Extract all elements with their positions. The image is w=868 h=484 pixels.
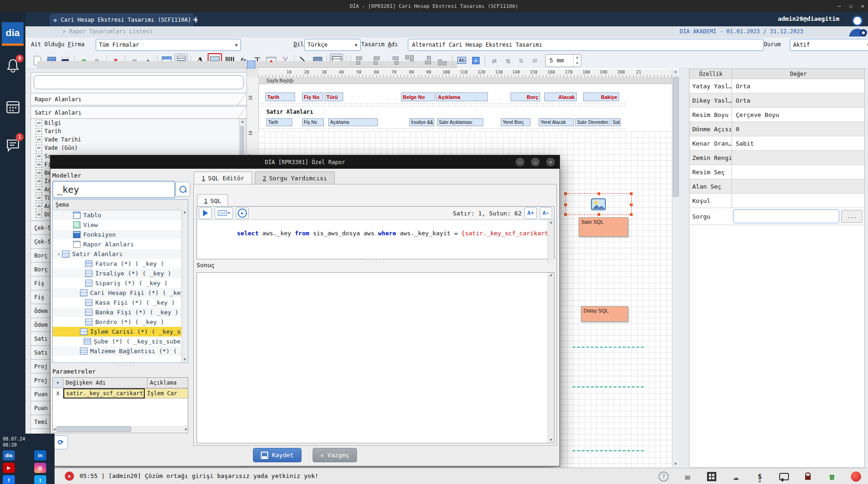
row-field-cell[interactable]: Açıklama [328,118,378,126]
splitter-grip[interactable]: ······ [115,363,136,368]
durum-select[interactable]: Aktif▼ [790,39,868,51]
tasarim-adi-input[interactable] [411,41,760,49]
detay-sql-element[interactable]: Detay SQL [581,306,628,322]
report-header-cell[interactable]: Türü [325,92,343,101]
field-list-item[interactable]: ab Bilgi [31,119,240,127]
parameters-hscrollbar[interactable]: ◀ ▶ [53,426,187,432]
report-header-cell[interactable]: Tarih [265,92,295,101]
row-field-cell[interactable]: Yerel Alacak [539,118,574,126]
tree-scrollbar[interactable]: ▲ ▼ [181,210,188,362]
social-link-icon[interactable]: in [34,450,46,460]
status-tray-icon[interactable] [682,471,693,482]
row-field-cell[interactable]: Fiş No [302,118,324,126]
toolbar-button[interactable] [516,54,528,67]
row-field-cell[interactable]: Tarih [266,118,292,126]
property-value[interactable] [732,165,864,179]
toolbar-button[interactable] [386,54,401,67]
selected-image-element[interactable] [565,193,632,215]
scrollbar-thumb[interactable] [56,426,131,432]
messages-button[interactable]: 1 [4,136,22,154]
resize-handle[interactable] [629,192,633,196]
save-button[interactable]: Kaydet [253,448,302,462]
status-tray-icon[interactable] [706,471,717,482]
firma-select[interactable]: Tüm Firmalar▼ [96,39,241,51]
arrow-down-icon[interactable]: ▼ [548,438,554,442]
filter-dropdown-icon[interactable]: ▼ [53,378,63,388]
refresh-params-button[interactable]: ⟳ [53,435,68,449]
tree-item[interactable]: Cari Hesap Fişi (*) ( _key… [53,288,188,298]
resize-handle[interactable] [597,213,601,216]
resize-handle[interactable] [564,192,567,196]
property-row[interactable]: Koşul [689,194,864,208]
arrow-down-icon[interactable]: ▼ [672,462,679,466]
row-field-cell[interactable]: Yerel Borç [501,118,530,126]
tree-item[interactable]: Şube (*) ( _key_sis_sube ) [53,337,188,346]
grid-spacing-stepper[interactable]: 5 mm ▲▼ [545,54,581,67]
resize-handle[interactable] [564,213,567,216]
canvas-scrollbar[interactable]: ▲ ▼ [672,69,679,467]
window-control-button[interactable]: ☐ [850,3,853,9]
property-row[interactable]: Resim Seç [689,165,864,179]
new-tab-button[interactable]: + [193,14,198,24]
tree-item[interactable]: Fonksiyon [53,230,188,239]
dialog-control-button[interactable]: ☐ [531,158,540,166]
run-plan-button[interactable]: ▶ [236,207,249,219]
toolbar-button[interactable] [419,54,433,67]
property-row[interactable]: Kenar Oran… Sabit [689,136,864,151]
report-header-cell[interactable]: Fiş No [302,92,323,101]
notifications-button[interactable]: 9 [4,56,22,75]
model-search[interactable] [52,181,175,198]
status-tray-icon[interactable] [658,471,669,482]
social-link-icon[interactable]: ◎ [34,463,46,473]
cancel-button[interactable]: ✕ Vazgeç [313,448,357,462]
sidebar-search[interactable] [34,75,244,89]
tree-item[interactable]: Tablo [53,210,188,220]
scrollbar-thumb[interactable] [673,77,679,197]
social-link-icon[interactable]: t [34,475,46,484]
toolbar-button[interactable] [488,54,500,67]
toolbar-button[interactable] [456,54,468,67]
arrow-left-icon[interactable]: ◀ [53,427,55,431]
splitter-grip[interactable]: ······ [365,260,386,264]
status-tray-icon[interactable] [730,471,741,482]
field-list-item[interactable]: ab Tarih [31,127,240,135]
toolbar-button[interactable] [404,53,416,68]
page-header-band[interactable]: Sayfa Başlığı [259,77,679,84]
sql-tab[interactable]: 1SQL [197,194,228,207]
toolbar-button[interactable] [436,53,449,68]
font-increase-button[interactable]: A+ [524,207,537,219]
property-row[interactable]: Dikey Yasl… Orta [689,93,864,108]
satir-sql-element[interactable]: Satır SQL [579,217,628,237]
property-value[interactable] [732,151,864,165]
user-profile-icon[interactable] [848,14,867,40]
logged-in-user[interactable]: admin20@diaegitim [778,15,839,22]
property-row[interactable]: Alan Seç [689,179,864,194]
resize-handle[interactable] [564,203,567,207]
toolbar-button[interactable] [370,54,385,67]
status-tray-icon[interactable] [850,471,862,482]
arrow-up-icon[interactable]: ▲ [548,220,554,224]
tree-item[interactable]: Fatura (*) ( _key ) [53,259,188,269]
field-list-item[interactable]: ab Vade Tarihi [31,135,240,144]
property-value[interactable]: Orta [732,79,864,93]
search-button[interactable] [175,182,190,196]
sidebar-search-input[interactable] [34,76,251,89]
dialog-titlebar[interactable]: DİA [RPR3301] Özel Rapor –☐✕ [50,155,560,169]
dia-logo[interactable]: dia [2,22,24,46]
run-query-button[interactable] [199,207,212,219]
window-control-button[interactable]: ✕ [861,3,864,9]
section-satir-alanlari[interactable]: Satır Alanları [31,106,247,119]
tree-item[interactable]: Kasa Fişi (*) ( _key ) [53,298,188,307]
sql-code-area[interactable]: select aws._key from sis_aws_dosya aws w… [197,220,554,264]
status-tray-icon[interactable] [778,471,789,482]
status-tray-icon[interactable] [754,471,765,482]
report-header-cell[interactable]: Belge No [401,92,435,101]
dialog-control-button[interactable]: – [516,158,524,166]
parameter-row[interactable]: X satir._key_scf_carikart İşlem Car [53,388,188,398]
expander-icon[interactable]: ▾ [55,252,62,257]
tree-item[interactable]: İşlem Carisi (*) ( _key_sc… [53,327,188,337]
tree-item[interactable]: Malzeme Bağlantısı (*) ( _… [53,346,188,356]
arrow-up-icon[interactable]: ▲ [240,119,246,123]
stepper-arrows[interactable]: ▲▼ [573,55,581,67]
param-desc-cell[interactable]: İşlem Car [145,388,188,398]
